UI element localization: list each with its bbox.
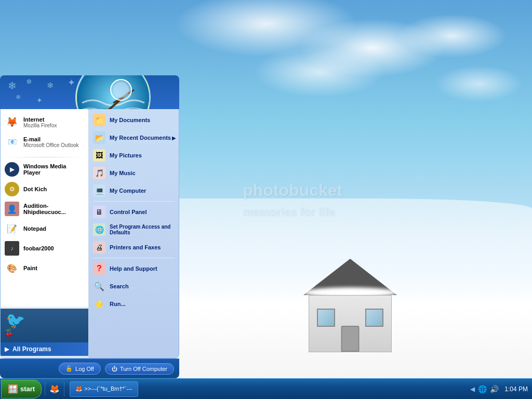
house-door — [341, 326, 359, 352]
email-text: E-mail Microsoft Office Outlook — [23, 136, 79, 148]
menu-item-wmp[interactable]: ▶ Windows Media Player — [1, 159, 88, 179]
tray-volume-icon[interactable]: 🔊 — [490, 385, 499, 393]
right-item-printers[interactable]: 🖨 Printers and Faxes — [89, 238, 179, 256]
right-divider-2 — [93, 258, 175, 258]
internet-icon: 🦊 — [5, 115, 19, 129]
snowflake-1: ❄ — [8, 79, 17, 92]
mycomputer-icon: 💻 — [93, 184, 105, 197]
clock-display: 1:04 PM — [504, 385, 528, 393]
all-programs-button[interactable]: ▶ All Programs — [1, 342, 88, 356]
right-item-mydocs[interactable]: 📁 My Documents — [89, 111, 179, 129]
wmp-icon: ▶ — [5, 162, 19, 177]
notepad-text: Notepad — [23, 225, 46, 232]
start-menu-bottom: 🔓 Log Off ⏻ Turn Off Computer — [0, 358, 179, 378]
mypics-icon: 🖼 — [93, 149, 105, 162]
avatar-decoration — [77, 75, 149, 109]
controlpanel-icon: 🖥 — [93, 206, 105, 218]
user-avatar — [75, 75, 151, 109]
mymusic-icon: 🎵 — [93, 167, 105, 179]
menu-item-dotkick[interactable]: ⚙ Dot Kich — [1, 179, 88, 199]
right-item-run[interactable]: ⭐ Run... — [89, 295, 179, 313]
winter-scene: ❄ ✦ 🐦 🍒 — [1, 309, 88, 342]
snowflake-3: ❄ — [47, 81, 54, 90]
myrecent-arrow: ▶ — [172, 135, 176, 141]
house-window-left — [317, 309, 335, 327]
turnoff-button[interactable]: ⏻ Turn Off Computer — [105, 363, 174, 375]
tray-prev-arrow[interactable]: ◀ — [470, 385, 475, 393]
ql-separator2 — [64, 382, 64, 396]
logoff-button[interactable]: 🔓 Log Off — [59, 363, 101, 375]
all-programs-arrow: ▶ — [5, 345, 9, 353]
start-button[interactable]: 🪟 start — [1, 380, 42, 398]
right-item-myrecent[interactable]: 📂 My Recent Documents ▶ — [89, 129, 179, 147]
berries-icon: 🍒 — [5, 328, 14, 337]
start-menu: ❄ ❄ ❄ ✦ ❄ ✦ — [0, 75, 179, 378]
tray-network-icon: 🌐 — [478, 385, 487, 393]
right-item-controlpanel[interactable]: 🖥 Control Panel — [89, 203, 179, 221]
right-panel: 📁 My Documents 📂 My Recent Documents ▶ 🖼… — [89, 109, 179, 358]
right-divider-1 — [93, 201, 175, 202]
foobar-icon: ♪ — [5, 241, 19, 256]
myrecent-icon: 📂 — [93, 131, 105, 144]
dotkick-text: Dot Kich — [23, 186, 47, 192]
house — [309, 295, 392, 352]
right-item-setaccess[interactable]: 🌐 Set Program Access and Defaults — [89, 221, 179, 238]
help-icon: ? — [93, 262, 105, 275]
snowflake-4: ✦ — [68, 77, 75, 88]
quick-launch: 🦊 — [42, 382, 68, 396]
turnoff-label: Turn Off Computer — [120, 366, 167, 372]
svg-point-4 — [113, 82, 129, 98]
snowflake-2: ❄ — [26, 77, 32, 86]
bird-icon: 🐦 — [6, 311, 25, 329]
right-item-help[interactable]: ? Help and Support — [89, 260, 179, 277]
email-icon: 📧 — [5, 135, 19, 149]
left-panel: 🦊 Internet Mozilla Firefox 📧 E-mail Micr… — [1, 109, 89, 358]
start-icon: 🪟 — [8, 384, 18, 394]
notepad-icon: 📝 — [5, 221, 19, 236]
menu-item-foobar[interactable]: ♪ foobar2000 — [1, 238, 88, 258]
search-icon: 🔍 — [93, 280, 105, 292]
dotkick-icon: ⚙ — [5, 182, 19, 196]
taskbar: 🪟 start 🦊 🦊 >>---(¨*tu_Bm†*¨--- ◀ 🌐 🔊 1:… — [0, 378, 532, 399]
menu-item-email[interactable]: 📧 E-mail Microsoft Office Outlook — [1, 132, 88, 152]
recent-section: ▶ Windows Media Player ⚙ Dot Kich 👤 Audi… — [1, 159, 88, 278]
avatar-svg — [77, 75, 149, 109]
audition-text: Audition-Nhipdieucuoc... — [23, 203, 84, 215]
start-menu-top: ❄ ❄ ❄ ✦ ❄ ✦ — [0, 75, 179, 109]
house-body — [309, 295, 392, 352]
menu-item-audition[interactable]: 👤 Audition-Nhipdieucuoc... — [1, 199, 88, 219]
window-label: 🦊 >>---(¨*tu_Bm†*¨--- — [75, 385, 132, 392]
setaccess-icon: 🌐 — [93, 223, 105, 236]
pinned-divider — [5, 157, 84, 157]
system-clock: 1:04 PM — [502, 385, 528, 393]
foobar-text: foobar2000 — [23, 245, 54, 251]
paint-icon: 🎨 — [5, 261, 19, 275]
turnoff-icon: ⏻ — [112, 366, 117, 372]
logoff-icon: 🔓 — [65, 365, 73, 372]
right-item-mymusic[interactable]: 🎵 My Music — [89, 164, 179, 182]
left-panel-bottom: ❄ ✦ 🐦 🍒 ▶ All Programs — [1, 307, 88, 358]
start-menu-body: 🦊 Internet Mozilla Firefox 📧 E-mail Micr… — [0, 109, 179, 358]
system-tray: ◀ 🌐 🔊 1:04 PM — [466, 385, 532, 393]
snowflake-5: ❄ — [16, 94, 21, 101]
all-programs-label: All Programs — [12, 345, 51, 353]
audition-icon: 👤 — [5, 202, 19, 216]
taskbar-window-item[interactable]: 🦊 >>---(¨*tu_Bm†*¨--- — [70, 381, 138, 397]
run-icon: ⭐ — [93, 298, 105, 310]
menu-item-internet[interactable]: 🦊 Internet Mozilla Firefox — [1, 112, 88, 132]
menu-item-paint[interactable]: 🎨 Paint — [1, 258, 88, 278]
right-item-mycomputer[interactable]: 💻 My Computer — [89, 182, 179, 200]
ql-separator — [45, 382, 45, 396]
right-item-mypics[interactable]: 🖼 My Pictures — [89, 147, 179, 164]
right-item-search[interactable]: 🔍 Search — [89, 277, 179, 295]
house-window-right — [365, 309, 383, 327]
start-label: start — [20, 385, 35, 393]
snowflake-6: ✦ — [36, 96, 43, 104]
wmp-text: Windows Media Player — [23, 163, 84, 176]
mydocs-icon: 📁 — [93, 114, 105, 126]
printers-icon: 🖨 — [93, 241, 105, 254]
menu-item-notepad[interactable]: 📝 Notepad — [1, 219, 88, 238]
ql-firefox[interactable]: 🦊 — [47, 382, 62, 396]
paint-text: Paint — [23, 265, 37, 271]
internet-text: Internet Mozilla Firefox — [23, 116, 57, 128]
